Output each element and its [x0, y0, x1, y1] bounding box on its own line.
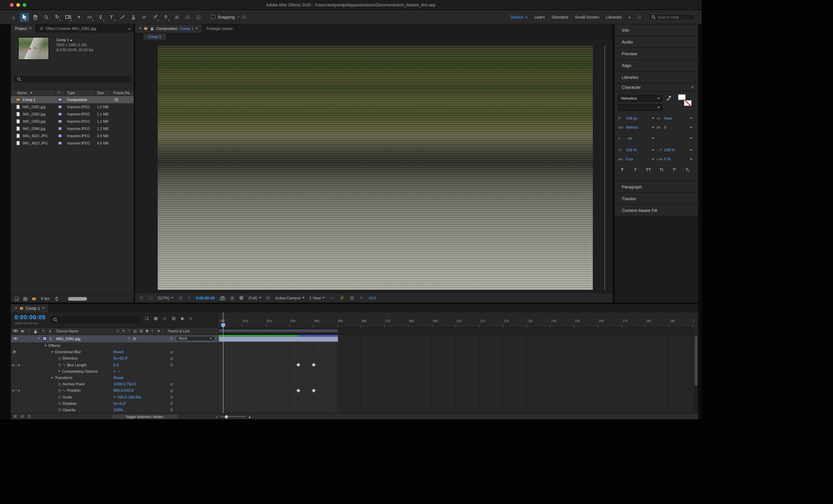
workspace-learn[interactable]: Learn	[534, 15, 545, 19]
keyframe-diamond[interactable]	[296, 363, 300, 367]
help-search-input[interactable]	[658, 15, 692, 19]
property-name[interactable]: Opacity	[63, 407, 76, 412]
superscript-button[interactable]: T¹	[670, 168, 679, 172]
hand-tool[interactable]	[31, 12, 40, 22]
kerning-control[interactable]: V∕A Metrics	[618, 125, 656, 129]
preview-item-name[interactable]: Comp 1	[56, 38, 69, 42]
twirl-icon[interactable]	[44, 345, 47, 346]
column-source-name[interactable]: Source Name	[56, 329, 78, 333]
all-caps-button[interactable]: TT	[644, 168, 652, 172]
project-item-img-0393-jpg[interactable]: IMG_0393.jpgImporterJPEG1.2 MB	[11, 118, 134, 125]
transparency-grid-icon[interactable]: ▦	[350, 296, 354, 300]
tab-composition[interactable]: × Composition Comp 1 ≡	[135, 24, 203, 33]
interpret-footage-icon[interactable]: ❏	[15, 296, 19, 301]
snap-option-2-icon[interactable]: ⊞	[242, 15, 246, 19]
next-keyframe-button[interactable]: ▶	[18, 389, 20, 392]
clone-stamp-tool[interactable]	[129, 12, 138, 22]
prev-keyframe-button[interactable]: ◀	[12, 363, 14, 366]
zoom-window-button[interactable]	[23, 3, 26, 7]
new-folder-icon[interactable]: ▤	[23, 296, 27, 301]
subscript-button[interactable]: T₁	[684, 168, 692, 172]
trash-icon[interactable]	[54, 296, 59, 301]
column-type[interactable]: Type	[67, 91, 75, 95]
baseline-shift-control[interactable]: Aa 0 px	[618, 157, 656, 161]
workspace-menu-icon[interactable]: ≡	[525, 15, 527, 19]
property-value[interactable]: Reset	[113, 349, 123, 355]
panel-align[interactable]: Align	[615, 60, 698, 72]
audio-icon[interactable]	[20, 329, 25, 333]
stopwatch-icon[interactable]: ◷	[58, 363, 61, 367]
minimize-window-button[interactable]	[16, 3, 20, 7]
camera-dropdown[interactable]: Active Camera	[275, 296, 305, 300]
tab-overflow-button[interactable]: »	[128, 26, 130, 31]
close-window-button[interactable]	[10, 3, 14, 7]
home-tool[interactable]: ⌂	[9, 12, 18, 22]
faux-bold-button[interactable]: T	[618, 168, 626, 172]
property-name[interactable]: Effects	[48, 343, 60, 348]
lock-icon[interactable]	[33, 329, 38, 334]
puppet-pin-tool[interactable]	[161, 12, 170, 22]
prev-keyframe-button[interactable]: ◀	[12, 389, 14, 392]
zoom-in-mountain-icon[interactable]: ▲	[248, 414, 252, 419]
close-icon[interactable]: ×	[15, 307, 17, 310]
property-value[interactable]: 0x+91.0°	[113, 355, 129, 361]
property-name[interactable]: Transform	[55, 375, 72, 380]
panel-libraries[interactable]: Libraries	[615, 72, 698, 83]
eye-icon[interactable]	[13, 337, 18, 340]
exposure-icon[interactable]: ☀	[359, 296, 363, 300]
property-name[interactable]: Scale	[63, 395, 72, 399]
kerning-value[interactable]: Metrics	[626, 125, 638, 129]
tsume-value[interactable]: 0 %	[664, 157, 670, 161]
fast-previews-icon[interactable]: ⚡	[339, 296, 345, 300]
leading-control[interactable]: ↕A Auto	[656, 116, 694, 121]
expand-layer-switches-icon[interactable]: ⊞	[14, 414, 17, 418]
project-item-img-0391-jpg[interactable]: IMG_0391.jpgImporterJPEG1.2 MB	[11, 103, 134, 110]
layer-source-name[interactable]: IMG_0391.jpg	[56, 336, 80, 341]
font-size-value[interactable]: 148 px	[626, 116, 638, 121]
frame-blending-icon[interactable]: ▥	[172, 317, 175, 321]
composition-viewer[interactable]	[135, 40, 613, 293]
exposure-value[interactable]: +0.0	[368, 296, 376, 300]
hide-shy-layers-icon[interactable]: ☺	[163, 317, 167, 321]
property-value[interactable]: ∞100.0,100.0%	[113, 394, 141, 400]
parent-dropdown[interactable]: None	[176, 336, 215, 341]
property-value[interactable]: 1008.0,756.0	[113, 381, 136, 387]
comp-mini-flowchart-icon[interactable]: ❏	[145, 317, 149, 321]
pickwhip-icon[interactable]: ◎	[170, 394, 173, 400]
layer-row-1[interactable]: 1 IMG_0391.jpg ∖ fx ◎ None	[11, 335, 698, 342]
frame-blend-switch-icon[interactable]: ▥	[140, 329, 143, 333]
solo-icon[interactable]: ○	[28, 329, 29, 332]
stopwatch-icon[interactable]: ◷	[58, 395, 61, 399]
toggle-switches-modes-button[interactable]: Toggle Switches / Modes	[112, 414, 178, 419]
eraser-tool[interactable]: ▱	[140, 12, 149, 22]
zoom-tool[interactable]	[42, 12, 51, 22]
timeline-vertical-scrollbar[interactable]	[694, 335, 698, 413]
panel-tracker[interactable]: Tracker	[615, 193, 698, 205]
project-item-img-0394-jpg[interactable]: IMG_0394.jpgImporterJPEG1.2 MB	[11, 125, 134, 132]
grid-options-icon[interactable]: ⊞	[178, 296, 183, 300]
baseline-shift-value[interactable]: 0 px	[626, 157, 633, 161]
snapping-checkbox[interactable]	[211, 15, 215, 19]
viewer-timecode[interactable]: 0:00:00:05	[196, 296, 215, 300]
always-preview-icon[interactable]: ⊡	[140, 296, 143, 300]
view-layout-dropdown[interactable]: 1 View	[310, 296, 325, 300]
leading-value[interactable]: Auto	[664, 116, 672, 121]
font-size-control[interactable]: tT 148 px	[618, 116, 656, 121]
bit-depth-button[interactable]: 8 bpc	[41, 297, 50, 301]
property-name[interactable]: Directional Blur	[55, 350, 81, 354]
project-item-img-4621-jpg[interactable]: IMG_4621.JPGImporterJPEG4.9 MB	[11, 132, 134, 140]
motion-blur-switch-icon[interactable]: ◉	[145, 329, 149, 333]
stopwatch-icon[interactable]: ◷	[58, 356, 61, 360]
resolution-dropdown[interactable]: (Full)	[248, 296, 262, 300]
faux-italic-button[interactable]: T	[631, 168, 640, 172]
workspace-libraries[interactable]: Libraries	[606, 15, 622, 19]
label-column-icon[interactable]: ❖	[42, 329, 45, 333]
font-family-select[interactable]: Helvetica	[618, 95, 663, 101]
brush-tool[interactable]	[118, 12, 127, 22]
stopwatch-icon[interactable]: ◷	[58, 388, 61, 393]
property-value[interactable]: Reset	[113, 375, 123, 381]
workspace-overflow-button[interactable]: »	[628, 15, 630, 19]
tab-effect-controls[interactable]: ▣ Effect Controls IMG_0391.jpg	[36, 24, 101, 33]
project-item-img-0392-jpg[interactable]: IMG_0392.jpgImporterJPEG1.1 MB	[11, 110, 134, 118]
view-axis-mode-icon[interactable]: ▥	[194, 12, 203, 22]
